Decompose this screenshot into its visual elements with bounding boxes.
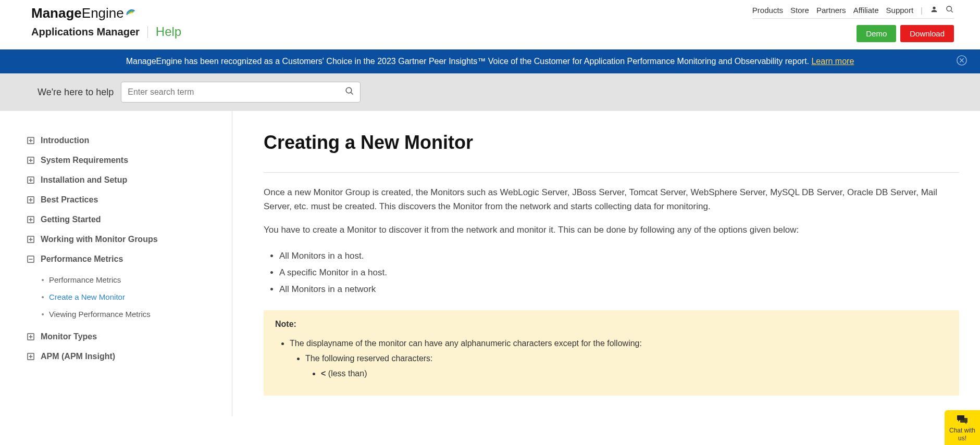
sidebar-item-apm[interactable]: APM (APM Insight) bbox=[27, 347, 216, 366]
chat-widget[interactable]: Chat with us! bbox=[945, 410, 980, 416]
sidebar-item-system-requirements[interactable]: System Requirements bbox=[27, 150, 216, 170]
note-l2-text: The following reserved characters: bbox=[305, 354, 433, 363]
nav-support[interactable]: Support bbox=[886, 6, 914, 15]
search-icon[interactable] bbox=[946, 5, 954, 15]
sub-item-label: Performance Metrics bbox=[49, 275, 121, 284]
nav-affiliate[interactable]: Affiliate bbox=[853, 6, 879, 15]
options-list: All Monitors in a host. A specific Monit… bbox=[279, 248, 959, 298]
announcement-banner: ManageEngine has been recognized as a Cu… bbox=[0, 49, 980, 73]
list-item: All Monitors in a network bbox=[279, 281, 959, 298]
bullet-icon bbox=[42, 296, 44, 298]
banner-close-icon[interactable] bbox=[956, 55, 967, 68]
sidebar-item-label: Monitor Types bbox=[41, 332, 97, 341]
sidebar-item-label: Best Practices bbox=[41, 195, 98, 205]
brand-prefix: Manage bbox=[31, 5, 82, 21]
lt-desc: (less than) bbox=[328, 369, 367, 378]
demo-button[interactable]: Demo bbox=[857, 25, 896, 42]
list-item: All Monitors in a host. bbox=[279, 248, 959, 264]
sidebar-item-label: System Requirements bbox=[41, 156, 128, 165]
note-box: Note: The displayname of the monitor can… bbox=[264, 310, 959, 396]
bullet-icon bbox=[42, 279, 44, 281]
action-buttons: Demo Download bbox=[857, 25, 954, 42]
sidebar-item-best-practices[interactable]: Best Practices bbox=[27, 190, 216, 210]
product-sub-row: Applications Manager Help bbox=[31, 24, 181, 39]
nav-store[interactable]: Store bbox=[790, 6, 809, 15]
sidebar-item-label: Installation and Setup bbox=[41, 175, 127, 185]
top-right: Products Store Partners Affiliate Suppor… bbox=[752, 5, 954, 42]
sidebar-item-performance-metrics[interactable]: Performance Metrics bbox=[27, 249, 216, 269]
sidebar-item-label: Introduction bbox=[41, 136, 89, 145]
sub-item-label: Viewing Performance Metrics bbox=[49, 310, 151, 319]
nav-divider: | bbox=[921, 6, 923, 15]
sidebar-item-getting-started[interactable]: Getting Started bbox=[27, 210, 216, 230]
sub-item-viewing-metrics[interactable]: Viewing Performance Metrics bbox=[42, 306, 216, 323]
sub-item-label: Create a New Monitor bbox=[49, 293, 125, 301]
logo-block: ManageEngine Applications Manager Help bbox=[31, 5, 181, 39]
nav-partners[interactable]: Partners bbox=[816, 6, 846, 15]
search-row: We're here to help bbox=[0, 73, 980, 111]
bullet-icon bbox=[42, 313, 44, 315]
main-layout: Introduction System Requirements Install… bbox=[0, 111, 980, 416]
sidebar: Introduction System Requirements Install… bbox=[0, 111, 232, 416]
sidebar-item-monitor-types[interactable]: Monitor Types bbox=[27, 327, 216, 347]
note-title: Note: bbox=[275, 320, 948, 329]
sidebar-item-introduction[interactable]: Introduction bbox=[27, 131, 216, 150]
top-header: ManageEngine Applications Manager Help P… bbox=[0, 0, 980, 42]
lt-symbol: < bbox=[321, 369, 326, 378]
help-prompt: We're here to help bbox=[38, 87, 114, 98]
page-title: Creating a New Monitor bbox=[264, 132, 959, 154]
brand-logo[interactable]: ManageEngine bbox=[31, 5, 181, 21]
sidebar-item-label: Working with Monitor Groups bbox=[41, 235, 158, 244]
intro-paragraph-1: Once a new Monitor Group is created, the… bbox=[264, 185, 959, 213]
top-nav: Products Store Partners Affiliate Suppor… bbox=[752, 5, 954, 19]
banner-text: ManageEngine has been recognized as a Cu… bbox=[126, 57, 812, 66]
banner-learn-more-link[interactable]: Learn more bbox=[811, 57, 854, 66]
note-l1: The displayname of the monitor can have … bbox=[290, 336, 948, 386]
logo-swirl-icon bbox=[125, 5, 137, 21]
search-submit-icon[interactable] bbox=[345, 86, 354, 98]
note-l2: The following reserved characters: < (le… bbox=[305, 351, 948, 384]
download-button[interactable]: Download bbox=[900, 25, 954, 42]
product-name[interactable]: Applications Manager bbox=[31, 26, 148, 38]
note-l1-text: The displayname of the monitor can have … bbox=[290, 339, 642, 348]
brand-suffix: Engine bbox=[82, 5, 124, 21]
sidebar-item-label: Getting Started bbox=[41, 215, 101, 224]
intro-paragraph-2: You have to create a Monitor to discover… bbox=[264, 223, 959, 237]
sub-item-create-monitor[interactable]: Create a New Monitor bbox=[42, 288, 216, 306]
list-item: A specific Monitor in a host. bbox=[279, 264, 959, 281]
search-box bbox=[121, 82, 361, 103]
note-l3: < (less than) bbox=[321, 366, 948, 381]
chat-icon bbox=[956, 414, 969, 416]
sub-item-performance-metrics[interactable]: Performance Metrics bbox=[42, 271, 216, 288]
sidebar-item-label: Performance Metrics bbox=[41, 255, 123, 264]
search-input[interactable] bbox=[121, 82, 361, 103]
content-area: Creating a New Monitor Once a new Monito… bbox=[232, 111, 980, 416]
nav-products[interactable]: Products bbox=[752, 6, 783, 15]
sidebar-sublist: Performance Metrics Create a New Monitor… bbox=[42, 271, 216, 323]
help-label: Help bbox=[148, 24, 181, 39]
divider-line bbox=[264, 172, 959, 173]
sidebar-item-installation[interactable]: Installation and Setup bbox=[27, 170, 216, 190]
sidebar-item-monitor-groups[interactable]: Working with Monitor Groups bbox=[27, 230, 216, 249]
sidebar-item-label: APM (APM Insight) bbox=[41, 352, 115, 361]
user-icon[interactable] bbox=[930, 5, 938, 15]
